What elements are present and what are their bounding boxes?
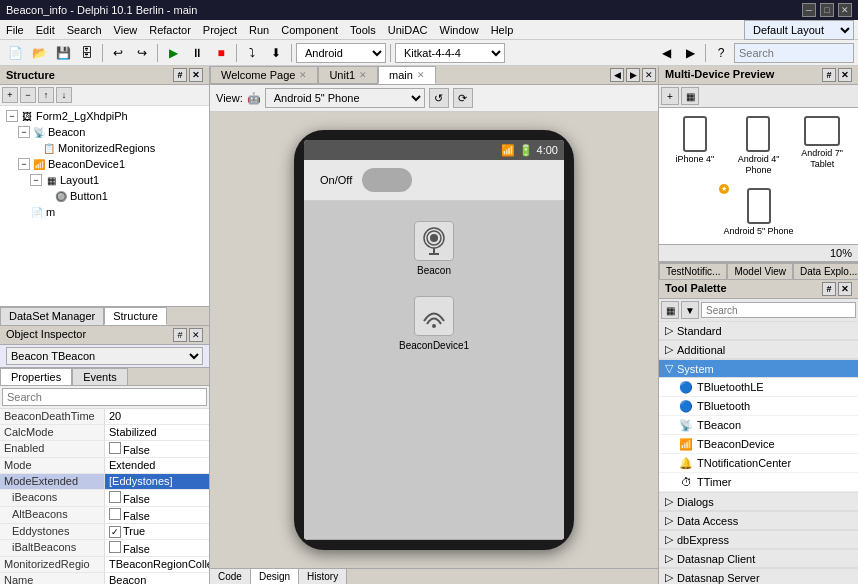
prop-value-ibaltbeacons[interactable]: False xyxy=(105,540,209,556)
structure-pin-button[interactable]: # xyxy=(173,68,187,82)
tree-move-up-button[interactable]: ↑ xyxy=(38,87,54,103)
palette-section-datasnapserver-header[interactable]: ▷ Datasnap Server xyxy=(659,569,858,584)
palette-item-tnotificationcenter[interactable]: 🔔 TNotificationCenter xyxy=(659,454,858,473)
prop-value-altbeacons[interactable]: False xyxy=(105,507,209,523)
close-button[interactable]: ✕ xyxy=(838,3,852,17)
minimize-button[interactable]: ─ xyxy=(802,3,816,17)
tree-item-button1[interactable]: 🔘 Button1 xyxy=(2,188,207,204)
menu-help[interactable]: Help xyxy=(485,20,520,39)
device-android5-selected[interactable]: ★ Android 5" Phone xyxy=(723,188,793,237)
multi-device-pin-button[interactable]: # xyxy=(822,68,836,82)
properties-tab[interactable]: Properties xyxy=(0,368,72,385)
palette-section-dataaccess-header[interactable]: ▷ Data Access xyxy=(659,512,858,530)
prop-value-eddystones[interactable]: True xyxy=(105,524,209,539)
tree-delete-button[interactable]: − xyxy=(20,87,36,103)
tree-item-form[interactable]: − 🖼 Form2_LgXhdpiPh xyxy=(2,108,207,124)
tree-expand-layout1[interactable]: − xyxy=(30,174,42,186)
menu-refactor[interactable]: Refactor xyxy=(143,20,197,39)
menu-edit[interactable]: Edit xyxy=(30,20,61,39)
prop-value-enabled[interactable]: False xyxy=(105,441,209,457)
menu-window[interactable]: Window xyxy=(434,20,485,39)
step-into-button[interactable]: ⬇ xyxy=(265,42,287,64)
palette-section-datasnapclient-header[interactable]: ▷ Datasnap Client xyxy=(659,550,858,568)
tree-item-m[interactable]: 📄 m xyxy=(2,204,207,220)
eddystones-checkbox[interactable] xyxy=(109,526,121,538)
prop-value-calcmode[interactable]: Stabilized xyxy=(105,425,209,440)
tree-expand-beacondevice[interactable]: − xyxy=(18,158,30,170)
back-button[interactable]: ◀ xyxy=(655,42,677,64)
device-android7[interactable]: Android 7" Tablet xyxy=(794,116,850,176)
multi-device-close-button[interactable]: ✕ xyxy=(838,68,852,82)
tab-welcome-close[interactable]: ✕ xyxy=(299,70,307,80)
menu-search[interactable]: Search xyxy=(61,20,108,39)
search-input[interactable] xyxy=(734,43,854,63)
tree-item-layout1[interactable]: − ▦ Layout1 xyxy=(2,172,207,188)
structure-close-button[interactable]: ✕ xyxy=(189,68,203,82)
tree-expand-form[interactable]: − xyxy=(6,110,18,122)
design-orient-button[interactable]: ⟳ xyxy=(453,88,473,108)
menu-tools[interactable]: Tools xyxy=(344,20,382,39)
design-tab[interactable]: Design xyxy=(251,569,299,584)
device-select[interactable]: Android 5" Phone xyxy=(265,88,425,108)
tab-main[interactable]: main ✕ xyxy=(378,66,436,84)
tab-welcome-page[interactable]: Welcome Page ✕ xyxy=(210,66,318,84)
palette-close-button[interactable]: ✕ xyxy=(838,282,852,296)
tree-move-down-button[interactable]: ↓ xyxy=(56,87,72,103)
history-tab[interactable]: History xyxy=(299,569,347,584)
save-all-button[interactable]: 🗄 xyxy=(76,42,98,64)
menu-file[interactable]: File xyxy=(0,20,30,39)
run-button[interactable]: ▶ xyxy=(162,42,184,64)
testnotif-tab[interactable]: TestNotific... xyxy=(659,263,727,280)
ibeacons-checkbox[interactable] xyxy=(109,491,121,503)
multi-device-view-button[interactable]: ▦ xyxy=(681,87,699,105)
modelview-tab[interactable]: Model View xyxy=(727,263,793,280)
menu-unidac[interactable]: UniDAC xyxy=(382,20,434,39)
help-button[interactable]: ? xyxy=(710,42,732,64)
multi-device-add-button[interactable]: + xyxy=(661,87,679,105)
palette-search-input[interactable] xyxy=(701,302,856,318)
prop-value-beacondeathtime[interactable]: 20 xyxy=(105,409,209,424)
pause-button[interactable]: ⏸ xyxy=(186,42,208,64)
dataset-manager-tab[interactable]: DataSet Manager xyxy=(0,307,104,325)
palette-view-button[interactable]: ▦ xyxy=(661,301,679,319)
tree-item-monitored[interactable]: 📋 MonitorizedRegions xyxy=(2,140,207,156)
object-dropdown[interactable]: Beacon TBeacon xyxy=(6,347,203,365)
inspector-pin-button[interactable]: # xyxy=(173,328,187,342)
new-button[interactable]: 📄 xyxy=(4,42,26,64)
open-button[interactable]: 📂 xyxy=(28,42,50,64)
config-dropdown[interactable]: Kitkat-4-4-4 xyxy=(395,43,505,63)
tab-main-close[interactable]: ✕ xyxy=(417,70,425,80)
ibaltbeacons-checkbox[interactable] xyxy=(109,541,121,553)
events-tab[interactable]: Events xyxy=(72,368,128,385)
menu-component[interactable]: Component xyxy=(275,20,344,39)
layout-dropdown[interactable]: Default Layout xyxy=(744,20,854,40)
step-over-button[interactable]: ⤵ xyxy=(241,42,263,64)
palette-section-dialogs-header[interactable]: ▷ Dialogs xyxy=(659,493,858,511)
structure-tab[interactable]: Structure xyxy=(104,307,167,325)
maximize-button[interactable]: □ xyxy=(820,3,834,17)
palette-expand-button[interactable]: ▼ xyxy=(681,301,699,319)
inspector-close-button[interactable]: ✕ xyxy=(189,328,203,342)
prop-value-monitored[interactable]: TBeaconRegionCollection xyxy=(105,557,209,572)
tree-expand-beacon[interactable]: − xyxy=(18,126,30,138)
tree-item-beacondevice[interactable]: − 📶 BeaconDevice1 xyxy=(2,156,207,172)
palette-pin-button[interactable]: # xyxy=(822,282,836,296)
code-tab[interactable]: Code xyxy=(210,569,251,584)
palette-item-tbeacon[interactable]: 📡 TBeacon xyxy=(659,416,858,435)
on-off-switch[interactable] xyxy=(362,168,412,192)
tab-unit1[interactable]: Unit1 ✕ xyxy=(318,66,378,84)
palette-item-tbluetooth[interactable]: 🔵 TBluetooth xyxy=(659,397,858,416)
prop-value-mode[interactable]: Extended xyxy=(105,458,209,473)
prop-value-modeextended[interactable]: [Eddystones] xyxy=(105,474,209,489)
undo-button[interactable]: ↩ xyxy=(107,42,129,64)
save-button[interactable]: 💾 xyxy=(52,42,74,64)
tab-close-all[interactable]: ✕ xyxy=(642,68,656,82)
palette-section-dbexpress-header[interactable]: ▷ dbExpress xyxy=(659,531,858,549)
altbeacons-checkbox[interactable] xyxy=(109,508,121,520)
dataexplorer-tab[interactable]: Data Explo... xyxy=(793,263,858,280)
redo-button[interactable]: ↪ xyxy=(131,42,153,64)
stop-button[interactable]: ■ xyxy=(210,42,232,64)
prop-value-name[interactable]: Beacon xyxy=(105,573,209,584)
enabled-checkbox[interactable] xyxy=(109,442,121,454)
palette-section-standard-header[interactable]: ▷ Standard xyxy=(659,322,858,340)
